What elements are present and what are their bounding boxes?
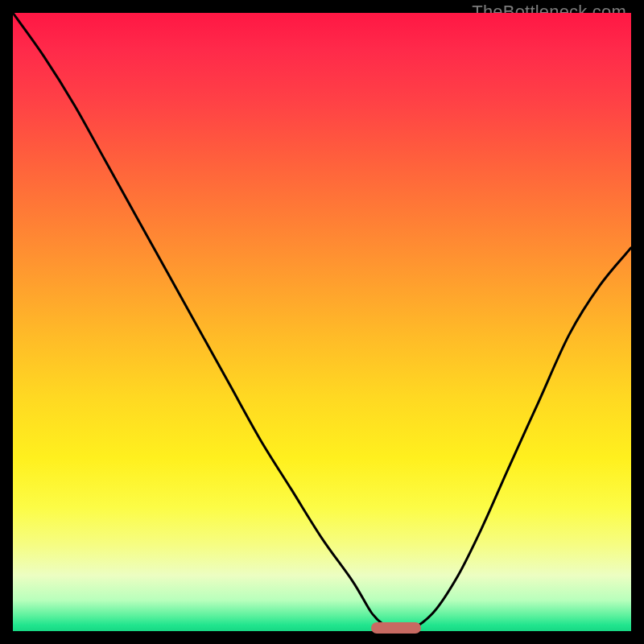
minimum-marker xyxy=(371,622,420,634)
curve-path xyxy=(13,13,631,631)
plot-area xyxy=(13,13,631,631)
bottleneck-curve xyxy=(13,13,631,631)
chart-stage: TheBottleneck.com xyxy=(0,0,644,644)
